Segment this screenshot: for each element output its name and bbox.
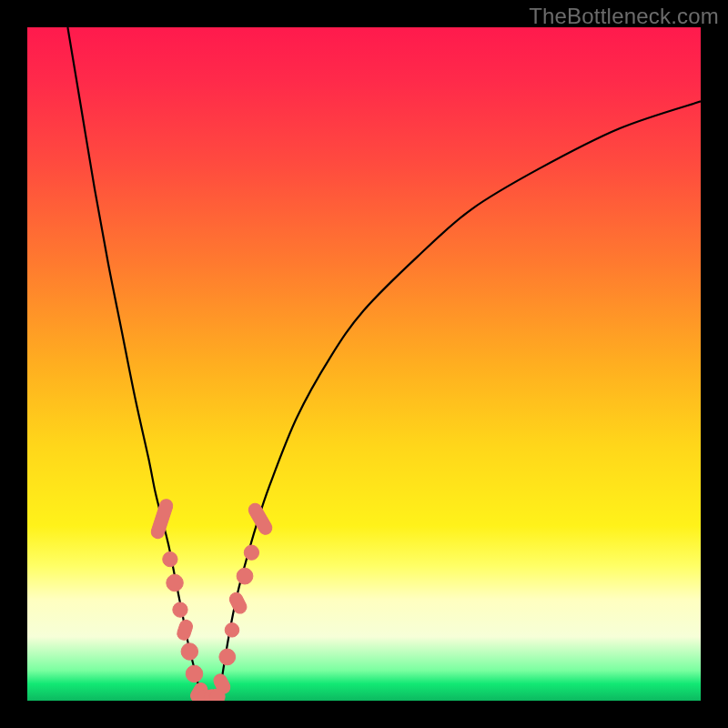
- chart-overlay: [27, 27, 701, 701]
- marker-circle: [209, 689, 225, 701]
- marker-circle: [225, 623, 239, 638]
- marker-circle: [244, 545, 258, 560]
- curve-left-branch: [67, 27, 201, 697]
- watermark-text: TheBottleneck.com: [529, 4, 719, 29]
- marker-circle: [163, 551, 177, 566]
- marker-pill: [228, 591, 248, 616]
- chart-frame: [27, 27, 701, 701]
- marker-circle: [219, 649, 236, 665]
- marker-circle: [237, 568, 253, 584]
- marker-pill: [176, 619, 194, 642]
- marker-circle: [186, 665, 203, 682]
- marker-circle: [167, 574, 184, 592]
- marker-pill: [247, 501, 275, 537]
- marker-circle: [181, 643, 198, 661]
- curve-right-branch: [219, 101, 701, 697]
- marker-circle: [173, 602, 187, 617]
- marker-pill: [149, 498, 174, 541]
